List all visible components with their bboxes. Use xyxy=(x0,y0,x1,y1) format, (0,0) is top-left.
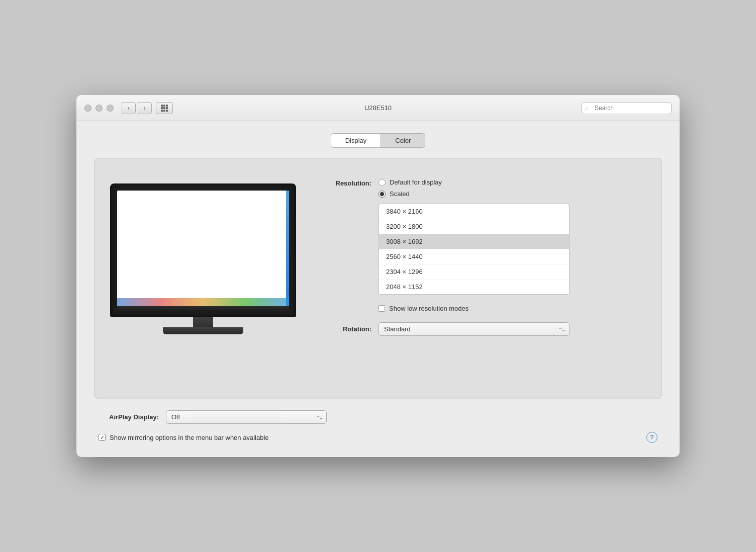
rotation-row: Rotation: Standard 90° 180° 270° xyxy=(316,322,646,336)
res-item-0[interactable]: 3840 × 2160 xyxy=(379,204,569,219)
mirroring-label: Show mirroring options in the menu bar w… xyxy=(110,434,269,441)
search-input[interactable] xyxy=(581,102,672,114)
maximize-button[interactable] xyxy=(107,105,114,112)
bottom-section: AirPlay Display: Off On ✓ Show mirroring… xyxy=(94,410,662,443)
grid-view-button[interactable] xyxy=(156,102,173,114)
rotation-select[interactable]: Standard 90° 180° 270° xyxy=(379,322,570,336)
res-item-3[interactable]: 2560 × 1440 xyxy=(379,249,569,264)
stand-neck xyxy=(193,317,213,327)
nav-buttons: ‹ › xyxy=(122,102,152,114)
res-item-1[interactable]: 3200 × 1800 xyxy=(379,219,569,234)
back-icon: ‹ xyxy=(128,105,130,112)
resolution-label: Resolution: xyxy=(316,178,371,187)
tab-color[interactable]: Color xyxy=(381,134,425,147)
search-icon: ⌕ xyxy=(585,105,589,111)
airplay-label: AirPlay Display: xyxy=(99,413,159,421)
titlebar: ‹ › U28E510 ⌕ xyxy=(76,95,680,121)
stand-base xyxy=(163,327,243,334)
monitor-stand xyxy=(110,317,296,334)
radio-default-btn[interactable] xyxy=(379,179,386,186)
tabs-container: Display Color xyxy=(94,133,662,148)
radio-scaled-label: Scaled xyxy=(390,190,410,198)
resolution-list: 3840 × 2160 3200 × 1800 3008 × 1692 2560… xyxy=(379,204,570,295)
low-res-label: Show low resolution modes xyxy=(389,305,468,312)
forward-icon: › xyxy=(144,105,146,112)
screen-highlight xyxy=(286,191,289,306)
search-box: ⌕ xyxy=(581,102,672,114)
forward-button[interactable]: › xyxy=(138,102,152,114)
airplay-select[interactable]: Off On xyxy=(166,410,327,424)
tab-display[interactable]: Display xyxy=(331,134,381,147)
traffic-lights xyxy=(84,105,114,112)
monitor-bezel xyxy=(110,183,296,317)
main-content: Display Color xyxy=(76,121,680,457)
airplay-select-wrap: Off On xyxy=(166,410,327,424)
tabs: Display Color xyxy=(331,133,426,148)
monitor-screen xyxy=(117,191,289,306)
mirroring-row: ✓ Show mirroring options in the menu bar… xyxy=(99,434,269,441)
radio-default-label: Default for display xyxy=(390,178,442,186)
mirroring-checkbox[interactable]: ✓ xyxy=(99,434,106,441)
window-title: U28E510 xyxy=(364,104,392,112)
help-button[interactable]: ? xyxy=(646,432,657,443)
airplay-row: AirPlay Display: Off On xyxy=(99,410,657,424)
grid-icon xyxy=(161,105,168,112)
radio-scaled[interactable]: Scaled xyxy=(379,190,410,198)
checkmark-icon: ✓ xyxy=(100,435,105,440)
monitor-bottom-bar xyxy=(117,306,289,312)
dock-bar xyxy=(117,298,289,306)
help-icon: ? xyxy=(650,434,653,441)
resolution-options: Default for display Scaled 3840 × 2160 xyxy=(379,178,570,312)
radio-scaled-btn[interactable] xyxy=(379,191,386,198)
res-item-4[interactable]: 2304 × 1296 xyxy=(379,264,569,280)
display-panel: Resolution: Default for display Scaled xyxy=(94,158,662,399)
rotation-select-wrap: Standard 90° 180° 270° xyxy=(379,322,570,336)
rotation-label: Rotation: xyxy=(316,325,371,333)
res-item-2[interactable]: 3008 × 1692 xyxy=(379,234,569,249)
monitor xyxy=(110,183,296,334)
settings-panel: Resolution: Default for display Scaled xyxy=(316,173,646,341)
resolution-row: Resolution: Default for display Scaled xyxy=(316,178,646,312)
res-item-5[interactable]: 2048 × 1152 xyxy=(379,280,569,294)
monitor-preview xyxy=(110,173,296,334)
back-button[interactable]: ‹ xyxy=(122,102,136,114)
low-res-row: Show low resolution modes xyxy=(379,305,570,312)
system-preferences-window: ‹ › U28E510 ⌕ Display Color xyxy=(76,95,680,457)
radio-default[interactable]: Default for display xyxy=(379,178,570,186)
minimize-button[interactable] xyxy=(96,105,103,112)
close-button[interactable] xyxy=(84,105,91,112)
low-res-checkbox[interactable] xyxy=(379,305,385,312)
radio-scaled-wrap: Scaled xyxy=(379,190,570,198)
